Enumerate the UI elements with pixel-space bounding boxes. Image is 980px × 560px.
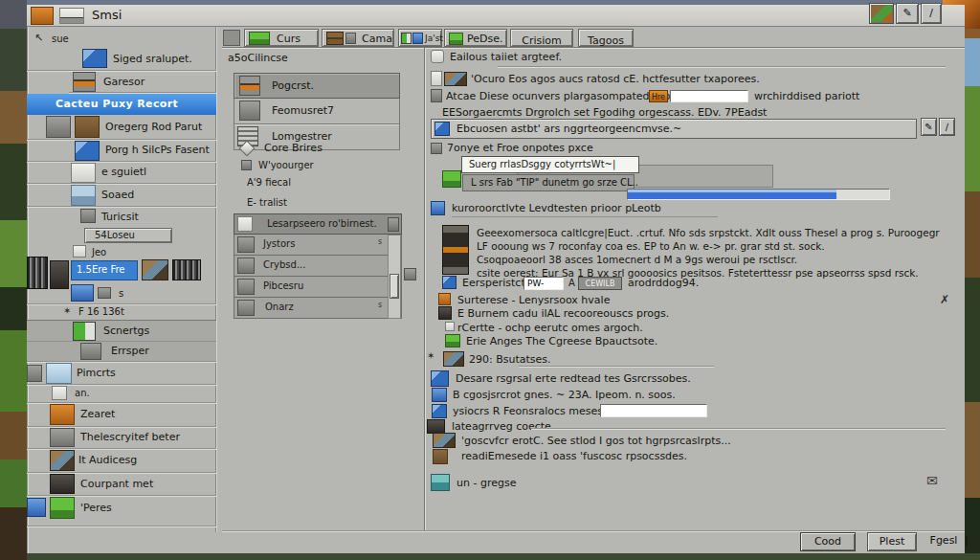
sublist-scrollbar[interactable] [388, 235, 401, 319]
option-suffix: arodrddog94. [628, 277, 699, 289]
tab-tagoos[interactable]: Tagoos [578, 29, 634, 47]
sublist-item[interactable]: Crybsd... [234, 256, 402, 277]
option-label[interactable]: un - gregse [457, 477, 516, 489]
list-item-core-brires[interactable]: Core Brires [234, 140, 400, 157]
sublist-item-selected[interactable]: Lesarpseero ro'birnest. [234, 213, 402, 235]
tab-cama[interactable]: Cama [322, 29, 394, 47]
paragraph-line: Csoqpoaeoorl 38 asces 1omecnert d M a 9g… [477, 254, 797, 265]
sublist-item[interactable]: Jystors s [234, 235, 402, 256]
tab-pedse[interactable]: PeDse. [444, 29, 507, 47]
option-label[interactable]: Atcae Diese ocunvers plargasompated csot… [446, 90, 681, 102]
grass-icon [445, 334, 460, 347]
sublist-item[interactable]: Pibcesru [234, 277, 402, 298]
sidebar-item-label: Jeo [92, 247, 106, 258]
small-page-icon [52, 386, 67, 400]
sublist-item[interactable]: Onarz s [234, 298, 402, 319]
sidebar-item-siged[interactable]: Siged sralupet. [27, 48, 216, 71]
title-bar[interactable] [27, 5, 965, 27]
sidebar-item-ere-fre-selected[interactable]: 1.5Ere Fre [71, 260, 138, 280]
hre-badge[interactable]: Hre [649, 90, 668, 102]
combobox-options-button[interactable]: ∕ [939, 118, 955, 136]
image-preview-button[interactable] [869, 3, 894, 24]
list-item-a9-fiecal[interactable]: A'9 fiecal [234, 176, 400, 191]
spinner-glyph[interactable]: s [378, 301, 382, 309]
item-icon [438, 293, 451, 305]
combobox-edit-button[interactable]: ✎ [921, 118, 937, 136]
sidebar-item-thelescryitef[interactable]: Thelescryitef beter [27, 427, 216, 449]
sidebar-item-zearet[interactable]: Zearet [27, 403, 216, 427]
spinner-button[interactable] [388, 217, 399, 232]
tab-crisiom[interactable]: Crisiom [510, 29, 573, 47]
tab-blank[interactable] [223, 30, 240, 46]
sidebar-item-peres[interactable]: 'Peres [27, 496, 216, 521]
energy-bar-icon [73, 322, 96, 341]
sidebar-item-garesor[interactable]: Garesor [69, 71, 216, 93]
middle-header: a5oCilincse [228, 52, 288, 64]
oyogos-input[interactable] [600, 404, 707, 417]
option-label[interactable]: Desare rsgrsal erte redtead tes Gsrcrsso… [456, 372, 691, 385]
chip-field[interactable]: CEWILB [578, 277, 622, 290]
edit-pencil-button[interactable]: ✎ [896, 3, 919, 24]
mail-icon[interactable]: ✉ [926, 473, 938, 488]
option-label[interactable]: 290: Bsutatses. [469, 353, 551, 366]
sidebar-item-icons-row[interactable]: s [27, 283, 216, 304]
sidebar-item-audicesg[interactable]: It Audicesg [27, 449, 216, 473]
sidebar-item-pimcrts[interactable]: Pimcrts [27, 362, 216, 385]
segment-label: A [568, 278, 575, 288]
sidebar-item-cacteu-selected[interactable]: Cacteu Puxy Recort [27, 94, 216, 115]
sidebar-item-label: Soaed [101, 189, 134, 201]
plest-button[interactable]: Plest [867, 532, 917, 551]
option-label[interactable]: readiEmesede i1 oass 'fuscosc rpsocssdes… [461, 450, 687, 462]
drag-handle-icon[interactable] [404, 268, 416, 280]
draw-pen-button[interactable]: ∕ [921, 3, 942, 24]
list-item-wyoourger[interactable]: W'yoourger [234, 159, 400, 174]
option-label[interactable]: 7onye et Froe onpotes pxce [447, 142, 593, 154]
value-field[interactable] [670, 90, 748, 102]
cood-button[interactable]: Cood [800, 532, 856, 551]
option-label[interactable]: Eersperistct [462, 277, 525, 289]
option-label[interactable]: Surterese - Lenysrsoox hvale [457, 294, 610, 306]
list-item-label: Pogcrst. [272, 79, 314, 92]
dismiss-x-icon[interactable]: ✗ [940, 293, 949, 306]
option-label[interactable]: 'Ocuro Eos agos aucs ratosd cE. hctfesut… [471, 73, 760, 85]
checkbox-icon[interactable] [431, 143, 442, 154]
scrollbar-thumb[interactable] [390, 274, 399, 299]
option-label[interactable]: rCertte - ochp eerutc omes argoch. [457, 322, 643, 334]
spinner-glyph[interactable]: s [378, 237, 382, 246]
sidebar-item-oregerg[interactable]: Oregerg Rod Parut [27, 115, 216, 140]
sidebar-item-an[interactable]: an. [27, 385, 216, 403]
sidebar-item-label: Garesor [103, 76, 145, 88]
sidebar-item-soaed[interactable]: Soaed [27, 184, 216, 207]
sidebar-item-sue[interactable]: ↖ sue [27, 32, 216, 46]
option-label[interactable]: kuroroorctlvte Levdtesten prioor pLeotb [452, 202, 718, 217]
progress-track [627, 189, 890, 200]
list-item-e-tralist[interactable]: E- tralist [234, 196, 400, 212]
sidebar-item-sguietl[interactable]: e sguietl [27, 162, 216, 184]
sidebar-item-errsper[interactable]: Errsper [27, 342, 216, 362]
sidebar-item-turicsit[interactable]: Turicsit [27, 208, 216, 227]
sidebar-item-jeo[interactable]: Jeo [27, 245, 216, 259]
list-item-pogcrst[interactable]: Pogcrst. [234, 73, 400, 99]
monitor-icon [82, 49, 107, 68]
fgesl-button[interactable]: Fgesl [926, 534, 961, 551]
pw-input[interactable]: PW- [523, 277, 564, 290]
option-label[interactable]: Erie Anges The Cgreese Bpauctsote. [466, 335, 657, 347]
sidebar-item-54loseu[interactable]: 54Loseu [84, 228, 172, 243]
popup-primary[interactable]: Suerg rrlasDsggy cotyrrtsWt~| [461, 156, 639, 173]
sidebar-item-scnertgs[interactable]: Scnertgs [27, 320, 216, 342]
sidebar-item-porg[interactable]: Porg h SilcPs Fasent [27, 140, 216, 162]
tab-jast[interactable]: Ja'st [398, 29, 442, 47]
option-label[interactable]: 'goscvfcr erotC. See stlod I gos tot hgr… [461, 435, 731, 447]
aux-machine-icon [27, 365, 42, 382]
option-label[interactable]: E Burnem cadu ilAL recooreouscs progs. [457, 307, 669, 320]
profile-combobox[interactable]: Ebcuosen astbt' ars nggrteorgeencmvse.~ [431, 119, 917, 139]
command-block-icon [427, 419, 445, 434]
sidebar-item-f16[interactable]: ✶ F 16 136t [27, 305, 216, 319]
tab-curs[interactable]: Curs [244, 29, 319, 47]
list-item-feomusret[interactable]: Feomusret7 [234, 99, 400, 124]
option-label[interactable]: B cgosjsrcrot gnes. ~ 23A. Ipeom. n. soo… [453, 389, 676, 401]
popup-secondary[interactable]: L srs Fab "TIP" dunetm go srze CL.. [462, 174, 635, 191]
sidebar-item-courpant[interactable]: Courpant met [27, 473, 216, 496]
sidebar-item-label: Zearet [80, 408, 115, 420]
water-tile-icon [432, 388, 447, 402]
